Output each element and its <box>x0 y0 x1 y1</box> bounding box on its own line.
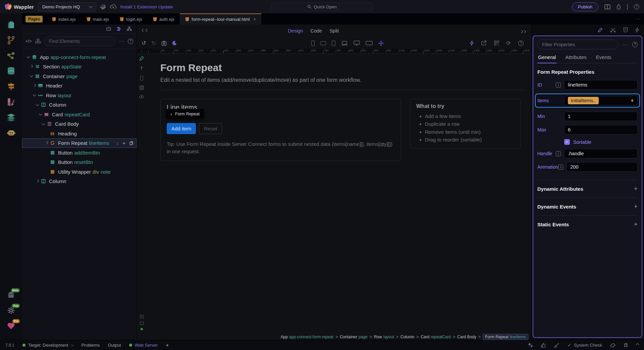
paintbrush-icon[interactable] <box>554 343 559 348</box>
tree-item-column[interactable]: Column <box>22 177 137 186</box>
display-icon[interactable] <box>366 41 373 46</box>
database-icon[interactable] <box>6 66 16 76</box>
assistant-robot-icon[interactable] <box>6 128 16 137</box>
prop-input-items[interactable]: initialItems.. <box>564 96 638 105</box>
chevron-down-icon[interactable] <box>26 55 30 58</box>
tab-split[interactable]: Split <box>329 28 339 34</box>
prop-input-min[interactable]: 1 <box>564 112 638 121</box>
prop-input-handle[interactable]: .handle <box>564 149 638 158</box>
tree-item-card-repeatCard[interactable]: CardrepeatCard <box>22 110 137 119</box>
web-server-button[interactable]: Web Server <box>129 343 158 348</box>
share-export-icon[interactable] <box>481 41 487 46</box>
tree-item-button-addItemBtn[interactable]: ButtonaddItemBtn <box>22 148 137 158</box>
breadcrumb-item[interactable]: Appapp-connect-form-repeat <box>281 335 333 339</box>
tab-general[interactable]: General <box>538 54 556 60</box>
frame-toggle-icon[interactable] <box>140 322 144 325</box>
info-icon[interactable]: i <box>556 151 561 156</box>
desktop-icon[interactable] <box>354 41 360 46</box>
chevron-right-icon[interactable] <box>45 141 48 144</box>
chevron-right-icon[interactable] <box>30 64 33 68</box>
sparkles-icon[interactable] <box>528 343 533 348</box>
add-icon[interactable]: + <box>634 185 638 192</box>
prop-sortable[interactable]: ✓Sortable <box>537 139 638 145</box>
tab-events[interactable]: Events <box>596 54 611 60</box>
css-styles-icon[interactable] <box>623 27 628 33</box>
prop-input-id[interactable]: lineItems <box>564 80 638 90</box>
tree-item-row-layout[interactable]: Rowlayout <box>22 91 137 100</box>
app-connect-bolt-icon[interactable] <box>470 41 474 46</box>
expand-right-icon2[interactable] <box>523 30 526 33</box>
tree-more-icon[interactable]: ··· <box>119 39 124 44</box>
qr-components-icon[interactable] <box>494 41 499 46</box>
undo-icon[interactable]: ↺ <box>142 40 146 46</box>
tree-item-header[interactable]: Header <box>22 81 137 91</box>
props-help-icon[interactable]: ? <box>632 42 638 47</box>
chevron-down-icon[interactable] <box>39 112 42 116</box>
phone-portrait-icon[interactable] <box>311 41 315 46</box>
chevron-down-icon[interactable] <box>30 74 33 77</box>
project-selector[interactable]: Demo Projects HQ <box>38 2 96 11</box>
tree-item-column[interactable]: Column <box>22 100 137 110</box>
file-tab-form-repeat--tour-manual.html[interactable]: form-repeat--tour-manual.html× <box>180 13 261 24</box>
tab-code[interactable]: Code <box>310 28 322 34</box>
reset-button[interactable]: Reset <box>199 123 222 134</box>
info-icon[interactable]: i <box>558 165 563 170</box>
blocks-icon[interactable] <box>35 39 41 44</box>
extensions-icon[interactable]: Beta <box>6 290 16 300</box>
tree-view-icon[interactable] <box>117 27 121 31</box>
grid-handle-icon[interactable] <box>140 314 144 319</box>
collapse-statusbar-icon[interactable] <box>636 343 639 346</box>
add-icon[interactable]: + <box>634 203 638 210</box>
add-item-button[interactable]: Add item <box>167 123 196 134</box>
settings-gear-icon[interactable] <box>100 4 106 10</box>
tab-attributes[interactable]: Attributes <box>565 54 586 60</box>
pages-icon[interactable] <box>6 20 16 30</box>
breadcrumb-item[interactable]: Card Body <box>457 335 476 339</box>
theme-drop-icon[interactable] <box>616 4 621 9</box>
chevron-right-icon[interactable] <box>36 179 39 182</box>
system-check-button[interactable]: ✓ System Check <box>568 343 602 348</box>
breadcrumb-item[interactable]: Form RepeatlineItems <box>483 334 528 340</box>
lightning-binding-icon[interactable] <box>631 98 634 103</box>
tree-item-utility-wrapper-note[interactable]: Utility Wrapperdivnote <box>22 167 137 177</box>
breadcrumb-item[interactable]: CardrepeatCard <box>421 335 451 339</box>
laptop-icon[interactable] <box>341 41 348 46</box>
tree-item-container-page[interactable]: Containerpage <box>22 71 137 81</box>
styles-icon[interactable] <box>6 97 16 107</box>
breadcrumb-item[interactable]: Containerpage <box>340 335 368 339</box>
chevron-down-icon[interactable] <box>36 103 39 106</box>
redo-icon[interactable]: ↻ <box>151 40 156 46</box>
move-down-icon[interactable]: ↓ <box>116 140 119 145</box>
collapse-left-icon[interactable] <box>142 29 145 32</box>
publish-button[interactable]: Publish <box>572 2 598 11</box>
add-panel-icon[interactable]: + <box>166 342 169 349</box>
file-tab-main.ejs[interactable]: main.ejs <box>81 13 114 24</box>
workflows-icon[interactable] <box>6 51 16 60</box>
box-model-icon[interactable] <box>140 85 144 90</box>
tree-help-icon[interactable]: ? <box>128 39 133 44</box>
dark-mode-moon-icon[interactable] <box>172 41 177 46</box>
chevron-down-icon[interactable] <box>42 122 45 125</box>
prop-input-max[interactable]: 6 <box>564 125 638 134</box>
file-tab-auth.ejs[interactable]: auth.ejs <box>148 13 180 24</box>
layers-icon[interactable] <box>6 113 16 122</box>
visibility-eye-icon[interactable] <box>139 95 144 99</box>
thumbs-up-icon[interactable] <box>541 343 546 348</box>
pages-badge[interactable]: Pages <box>25 16 43 22</box>
more-menu-icon[interactable] <box>627 4 628 9</box>
tab-close-icon[interactable]: × <box>254 17 256 22</box>
collapse-left-icon2[interactable] <box>146 29 149 32</box>
refresh-icon[interactable]: ⟳ <box>506 40 511 46</box>
screenshot-icon[interactable] <box>161 41 167 46</box>
chevron-right-icon[interactable] <box>33 83 36 87</box>
file-tab-index.ejs[interactable]: index.ejs <box>47 13 81 24</box>
canvas-help-icon[interactable]: ? <box>518 41 524 46</box>
tree-item-form-repeat-lineItems[interactable]: Form RepeatlineItems↓+ <box>22 138 137 148</box>
tree-item-card-body[interactable]: Card Body <box>22 119 137 129</box>
prop-input-animation[interactable]: 200 <box>567 162 638 172</box>
add-icon[interactable]: + <box>122 140 125 146</box>
filter-properties-input[interactable]: Filter Properties <box>537 40 618 49</box>
duplicate-icon[interactable] <box>129 141 133 145</box>
pro-heart-icon[interactable]: Pro <box>6 321 16 331</box>
output-button[interactable]: Output <box>108 343 121 348</box>
